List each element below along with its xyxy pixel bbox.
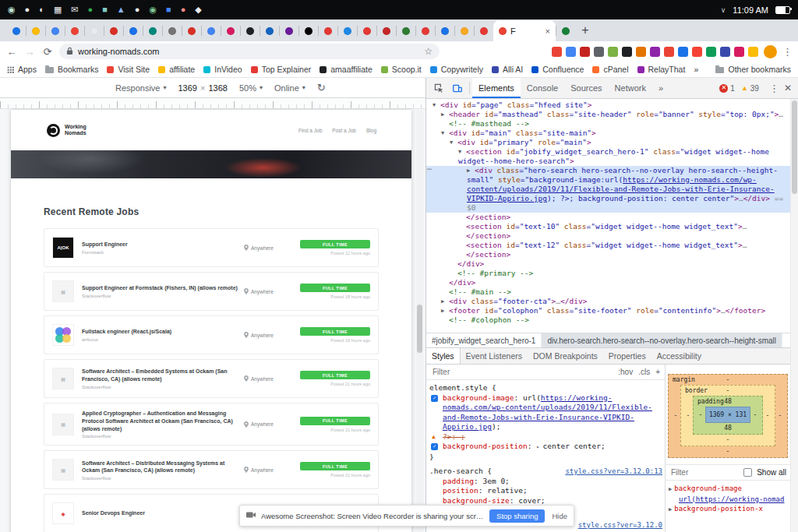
browser-tab[interactable] xyxy=(143,20,162,41)
css-property[interactable]: ▲?>: ; xyxy=(429,432,662,442)
back-icon[interactable]: ← xyxy=(5,47,18,57)
extension-icon[interactable] xyxy=(720,47,730,57)
sidebar-tab-accessibility[interactable]: Accessibility xyxy=(651,348,707,364)
device-toolbar-toggle-icon[interactable] xyxy=(448,83,467,93)
job-card[interactable]: ▤Software Architect – Embedded Systems a… xyxy=(44,359,379,398)
padding-top-value[interactable]: 48 xyxy=(724,397,732,406)
site-logo[interactable]: WorkingNomads xyxy=(47,124,87,137)
nav-link[interactable]: Post a Job xyxy=(332,128,356,133)
margin-top-value[interactable]: - xyxy=(726,375,730,384)
browser-tab[interactable] xyxy=(357,20,376,41)
job-card[interactable]: ▤Applied Cryptographer – Authentication … xyxy=(44,403,379,446)
sidebar-tab-properties[interactable]: Properties xyxy=(603,348,651,364)
computed-filter-input[interactable] xyxy=(669,467,739,477)
browser-tab[interactable] xyxy=(45,20,65,41)
system-app-icon[interactable]: ● xyxy=(181,5,186,14)
breadcrumb-item[interactable]: #jobify_widget_search_hero-1 xyxy=(426,333,542,348)
nav-link[interactable]: Find a Job xyxy=(298,128,322,133)
job-card[interactable]: ▤Support Engineer at Formstack (Fishers,… xyxy=(44,272,379,311)
bookmark-item[interactable]: Copywritely xyxy=(430,65,483,74)
bookmark-item[interactable]: Confluence xyxy=(531,65,584,74)
browser-tab[interactable] xyxy=(396,20,415,41)
devtools-tab-more[interactable]: » xyxy=(652,78,669,98)
page-scrollbar[interactable] xyxy=(416,110,423,532)
browser-tab[interactable] xyxy=(162,20,182,41)
css-property[interactable]: ✓background-position: ▸ center center; xyxy=(429,442,662,453)
bookmark-item[interactable]: Apps xyxy=(7,65,37,74)
sidebar-tab-styles[interactable]: Styles xyxy=(426,348,461,364)
browser-tab[interactable] xyxy=(415,20,435,41)
browser-tab[interactable] xyxy=(201,20,221,41)
border-left-value[interactable]: - xyxy=(685,412,691,419)
job-card[interactable]: ▤Software Architect – Distributed Messag… xyxy=(44,450,379,489)
box-model-padding[interactable]: padding48 - 1369 × 131 - 48 xyxy=(693,396,763,435)
sidebar-tab-dombreakpoints[interactable]: DOM Breakpoints xyxy=(528,348,603,364)
box-model-margin[interactable]: margin- - border- - padding48 xyxy=(668,374,788,458)
browser-tab[interactable] xyxy=(260,20,279,41)
bookmark-item[interactable]: » xyxy=(694,65,698,74)
computed-property[interactable]: ▶background-imageurl(https://working-nom… xyxy=(669,484,787,504)
dom-tree-node[interactable]: ▼<section id="jobify_widget_search_hero-… xyxy=(426,147,791,166)
system-app-icon[interactable]: ■ xyxy=(102,5,108,14)
bookmark-item[interactable]: Top Explainer xyxy=(251,65,312,74)
dom-tree-node[interactable]: ▶<header id="masthead" class="site-heade… xyxy=(426,110,791,119)
system-app-icon[interactable]: ◆ xyxy=(195,5,201,14)
viewport-height-field[interactable]: 1368 xyxy=(208,83,227,93)
browser-menu-icon[interactable]: ⋮ xyxy=(782,46,793,58)
css-property[interactable]: ✓background-image: url(https://working-n… xyxy=(429,393,662,432)
browser-tab[interactable] xyxy=(26,20,45,41)
browser-tab[interactable] xyxy=(84,20,104,41)
job-card[interactable]: Fullstack engineer (React.js/Scala)airfo… xyxy=(44,315,379,354)
devtools-close-icon[interactable]: ✕ xyxy=(784,83,792,93)
devtools-menu-icon[interactable]: ⋮ xyxy=(769,83,779,94)
extension-icon[interactable] xyxy=(608,47,618,57)
property-checkbox[interactable]: ✓ xyxy=(431,395,438,402)
dom-tree-node[interactable]: <!-- #masthead --> xyxy=(426,119,791,129)
node-menu-icon[interactable]: ⋯ xyxy=(427,164,431,174)
system-app-icon[interactable]: ◐ xyxy=(39,5,44,14)
bookmark-item[interactable]: InVideo xyxy=(203,65,242,74)
css-property[interactable]: position: relative; xyxy=(429,486,662,496)
extension-icon[interactable] xyxy=(706,47,716,57)
viewport-width-field[interactable]: 1369 xyxy=(178,83,197,93)
system-app-icon[interactable]: ▦ xyxy=(54,5,62,14)
bookmark-item[interactable]: Bookmarks xyxy=(45,65,99,74)
dom-tree-node[interactable]: ▼<div id="main" class="site-main"> xyxy=(426,129,791,138)
system-app-icon[interactable]: ◉ xyxy=(8,5,16,14)
other-bookmarks[interactable]: Other bookmarks xyxy=(715,65,791,74)
sidebar-tab-eventlisteners[interactable]: Event Listeners xyxy=(461,348,528,364)
system-app-icon[interactable]: ■ xyxy=(166,5,171,14)
dom-tree-node[interactable]: <section id="text-12" class="widget widg… xyxy=(426,241,791,259)
css-property[interactable]: padding: 3em 0; xyxy=(429,477,662,487)
extension-icon[interactable] xyxy=(734,47,744,57)
browser-tab[interactable] xyxy=(454,20,474,41)
browser-tab[interactable] xyxy=(279,20,298,41)
dom-tree-node[interactable]: ▶<div class="footer-cta">…</div> xyxy=(426,297,791,306)
stop-sharing-button[interactable]: Stop sharing xyxy=(489,509,545,523)
expand-arrow-icon[interactable]: ▶ xyxy=(669,486,672,492)
address-bar[interactable]: working-nomads.com ☆ xyxy=(59,44,440,59)
padding-left-value[interactable]: - xyxy=(697,411,704,418)
bookmark-item[interactable]: RelayThat xyxy=(637,65,686,74)
system-app-icon[interactable]: ● xyxy=(25,5,30,14)
stylesheet-link[interactable]: style.css?ver=3.12.0:13 xyxy=(565,467,662,477)
browser-tab[interactable] xyxy=(318,20,337,41)
show-all-checkbox[interactable] xyxy=(743,468,752,477)
bookmark-item[interactable]: Visit Site xyxy=(107,65,150,74)
padding-bottom-value[interactable]: 48 xyxy=(697,424,758,432)
devtools-tab-network[interactable]: Network xyxy=(609,78,652,98)
inspect-element-icon[interactable] xyxy=(429,83,448,93)
extension-icon[interactable] xyxy=(552,47,562,57)
dom-tree-node[interactable]: <!-- #primary --> xyxy=(426,269,791,278)
device-mode-select[interactable]: Responsive ▾ xyxy=(115,83,167,93)
margin-bottom-value[interactable]: - xyxy=(673,447,783,456)
breadcrumb-item[interactable]: div.hero-search.hero-search--no-overlay.… xyxy=(542,333,782,348)
box-model-content[interactable]: 1369 × 131 xyxy=(705,407,750,423)
system-app-icon[interactable]: ● xyxy=(135,5,140,14)
border-bottom-value[interactable]: - xyxy=(685,435,771,444)
browser-tab[interactable] xyxy=(65,20,84,41)
new-tab-button[interactable]: + xyxy=(575,20,595,41)
browser-tab[interactable] xyxy=(221,20,240,41)
devtools-tab-console[interactable]: Console xyxy=(521,78,564,98)
property-checkbox[interactable]: ✓ xyxy=(431,443,438,450)
